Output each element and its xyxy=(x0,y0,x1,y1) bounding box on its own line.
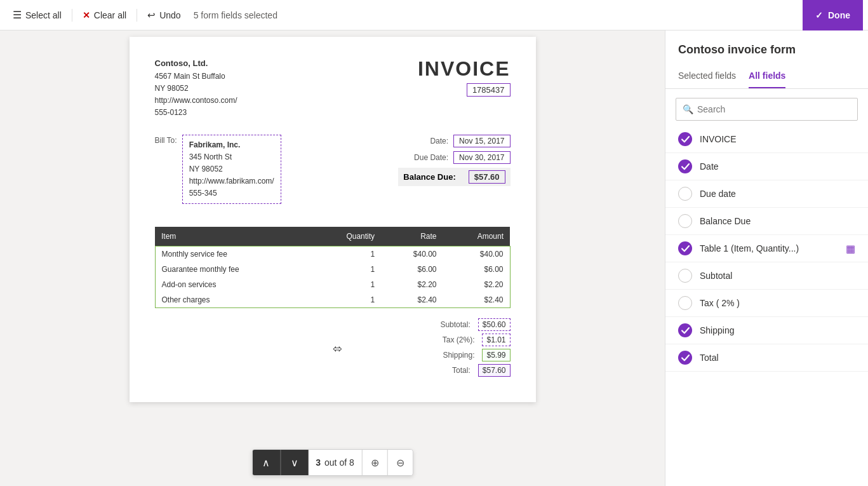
table-icon: ▦ xyxy=(846,243,855,255)
col-rate: Rate xyxy=(381,227,443,246)
field-check-table1 xyxy=(678,241,692,255)
undo-label: Undo xyxy=(159,10,180,20)
row3-qty: 1 xyxy=(310,277,381,292)
field-item-invoice[interactable]: INVOICE xyxy=(665,126,868,153)
invoice-number: 1785437 xyxy=(467,83,511,97)
date-row: Date: Nov 15, 2017 xyxy=(430,135,510,147)
field-check-total xyxy=(678,351,692,365)
subtotal-row: Subtotal: $50.60 xyxy=(420,318,511,331)
table-row: Other charges 1 $2.40 $2.40 xyxy=(155,292,510,308)
undo-icon: ↩ xyxy=(147,10,156,21)
field-item-balance-due[interactable]: Balance Due xyxy=(665,208,868,235)
current-page: 3 xyxy=(316,457,321,468)
select-all-icon: ☰ xyxy=(13,9,22,21)
field-item-subtotal[interactable]: Subtotal xyxy=(665,262,868,290)
tax-row: Tax (2%): $1.01 xyxy=(424,334,510,346)
field-check-invoice xyxy=(678,132,692,146)
field-item-date[interactable]: Date xyxy=(665,153,868,180)
subtotal-value: $50.60 xyxy=(478,318,511,331)
next-page-button[interactable]: ∨ xyxy=(280,450,308,475)
zoom-out-button[interactable]: ⊖ xyxy=(387,450,413,475)
tax-value: $1.01 xyxy=(482,334,510,346)
row2-item: Guarantee monthly fee xyxy=(155,262,310,277)
company-address-1: 4567 Main St Buffalo xyxy=(155,71,237,83)
toolbar-separator-2 xyxy=(137,9,137,22)
field-check-shipping xyxy=(678,323,692,337)
clear-all-icon: ✕ xyxy=(83,10,90,20)
company-name: Contoso, Ltd. xyxy=(155,57,237,71)
field-name-table1: Table 1 (Item, Quantity...) xyxy=(700,243,838,253)
clear-all-button[interactable]: ✕ Clear all xyxy=(75,0,134,30)
document-area: Contoso, Ltd. 4567 Main St Buffalo NY 98… xyxy=(0,30,665,486)
invoice-page: Contoso, Ltd. 4567 Main St Buffalo NY 98… xyxy=(130,37,536,402)
row1-rate: $40.00 xyxy=(381,246,443,262)
row4-item: Other charges xyxy=(155,292,310,308)
field-name-date: Date xyxy=(700,161,855,172)
company-url: http://www.contoso.com/ xyxy=(155,95,237,107)
done-button[interactable]: ✓ Done xyxy=(803,0,863,30)
bill-to-label: Bill To: xyxy=(155,136,177,205)
table-row: Guarantee monthly fee 1 $6.00 $6.00 xyxy=(155,262,510,277)
row2-qty: 1 xyxy=(310,262,381,277)
table-row: Monthly service fee 1 $40.00 $40.00 xyxy=(155,246,510,262)
totals-section: Subtotal: $50.60 Tax (2%): $1.01 Shippin… xyxy=(155,318,511,377)
field-name-balance-due: Balance Due xyxy=(700,216,855,226)
field-check-tax xyxy=(678,296,692,310)
company-info: Contoso, Ltd. 4567 Main St Buffalo NY 98… xyxy=(155,57,237,119)
document-wrapper: Contoso, Ltd. 4567 Main St Buffalo NY 98… xyxy=(117,30,549,424)
field-item-table1[interactable]: Table 1 (Item, Quantity...) ▦ xyxy=(665,235,868,262)
field-check-subtotal xyxy=(678,269,692,283)
row4-rate: $2.40 xyxy=(381,292,443,308)
search-icon: 🔍 xyxy=(683,104,693,114)
field-name-tax: Tax ( 2% ) xyxy=(700,298,855,308)
main-layout: Contoso, Ltd. 4567 Main St Buffalo NY 98… xyxy=(0,30,868,486)
field-check-date xyxy=(678,159,692,173)
shipping-label: Shipping: xyxy=(424,351,474,360)
balance-label: Balance Due: xyxy=(403,172,463,182)
zoom-in-button[interactable]: ⊕ xyxy=(362,450,387,475)
panel-title: Contoso invoice form xyxy=(665,30,868,64)
page-total: out of 8 xyxy=(324,457,354,468)
page-indicator: 3 out of 8 xyxy=(308,450,362,475)
selection-status: 5 form fields selected xyxy=(194,10,277,20)
bill-date-row: Bill To: Fabrikam, Inc. 345 North St NY … xyxy=(155,135,511,215)
due-date-label: Due Date: xyxy=(414,153,448,162)
toolbar-separator-1 xyxy=(72,9,72,22)
tab-selected-fields[interactable]: Selected fields xyxy=(678,64,736,88)
subtotal-label: Subtotal: xyxy=(420,320,471,329)
bill-to-phone: 555-345 xyxy=(189,187,274,199)
balance-value: $57.60 xyxy=(469,170,505,184)
field-name-invoice: INVOICE xyxy=(700,134,855,144)
field-item-shipping[interactable]: Shipping xyxy=(665,317,868,344)
date-value: Nov 15, 2017 xyxy=(453,135,510,147)
page-navigation: ∧ ∨ 3 out of 8 ⊕ ⊖ xyxy=(251,449,413,476)
col-item: Item xyxy=(155,227,310,246)
done-label: Done xyxy=(828,10,850,20)
col-quantity: Quantity xyxy=(310,227,381,246)
search-input[interactable] xyxy=(697,104,851,114)
undo-button[interactable]: ↩ Undo xyxy=(140,0,188,30)
field-item-total[interactable]: Total xyxy=(665,344,868,372)
done-check-icon: ✓ xyxy=(815,10,823,20)
tab-all-fields[interactable]: All fields xyxy=(749,64,785,88)
table-row: Add-on services 1 $2.20 $2.20 xyxy=(155,277,510,292)
invoice-header: Contoso, Ltd. 4567 Main St Buffalo NY 98… xyxy=(155,57,511,119)
clear-all-label: Clear all xyxy=(94,10,126,20)
total-row: Total: $57.60 xyxy=(420,364,511,377)
prev-page-button[interactable]: ∧ xyxy=(252,450,280,475)
fields-list: INVOICE Date Due date Balance Due xyxy=(665,126,868,486)
bill-to-url: http://www.fabrikam.com/ xyxy=(189,175,274,187)
table-body: Monthly service fee 1 $40.00 $40.00 Guar… xyxy=(155,246,510,308)
row2-rate: $6.00 xyxy=(381,262,443,277)
total-value: $57.60 xyxy=(478,364,511,377)
field-item-due-date[interactable]: Due date xyxy=(665,180,868,208)
field-item-tax[interactable]: Tax ( 2% ) xyxy=(665,290,868,317)
select-all-button[interactable]: ☰ Select all xyxy=(5,0,69,30)
due-date-row: Due Date: Nov 30, 2017 xyxy=(414,151,510,164)
row1-amount: $40.00 xyxy=(443,246,510,262)
row1-qty: 1 xyxy=(310,246,381,262)
row2-amount: $6.00 xyxy=(443,262,510,277)
bill-to-section: Bill To: Fabrikam, Inc. 345 North St NY … xyxy=(155,135,281,205)
field-name-subtotal: Subtotal xyxy=(700,271,855,281)
date-label: Date: xyxy=(430,137,448,145)
